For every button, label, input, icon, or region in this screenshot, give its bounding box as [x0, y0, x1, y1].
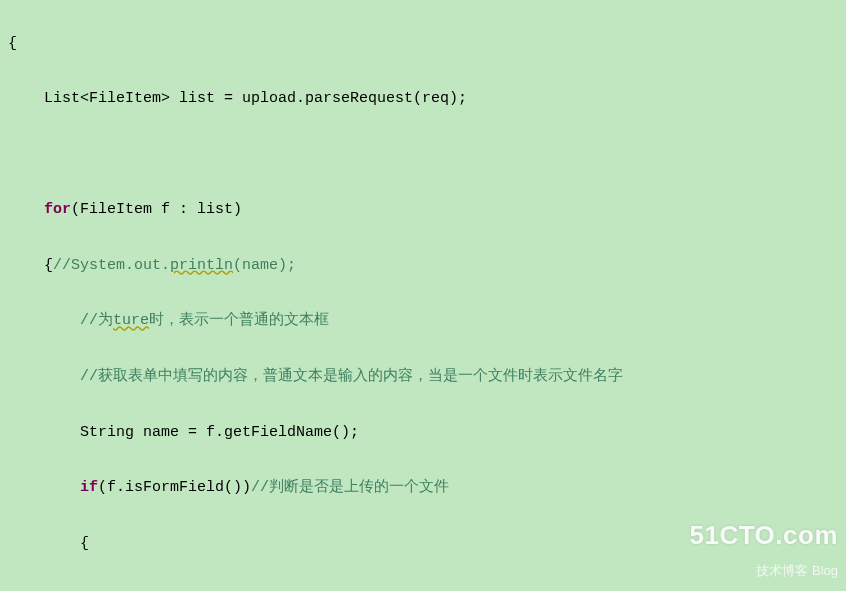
code-line: //获取表单中填写的内容，普通文本是输入的内容，当是一个文件时表示文件名字 — [0, 363, 846, 391]
comment: //System.out.println(name); — [53, 257, 296, 274]
brace: { — [8, 35, 17, 52]
comment: //为ture时，表示一个普通的文本框 — [80, 312, 329, 329]
code-line: String username = f.getString(); — [0, 585, 846, 591]
code-line: if(f.isFormField())//判断是否是上传的一个文件 — [0, 474, 846, 502]
code-line: //为ture时，表示一个普通的文本框 — [0, 307, 846, 335]
code-line: { — [0, 30, 846, 58]
keyword-if: if — [80, 479, 98, 496]
code-line: {//System.out.println(name); — [0, 252, 846, 280]
code-line: String name = f.getFieldName(); — [0, 419, 846, 447]
code-line: { — [0, 530, 846, 558]
code-line: List<FileItem> list = upload.parseReques… — [0, 85, 846, 113]
code-line — [0, 141, 846, 169]
comment: //判断是否是上传的一个文件 — [251, 479, 449, 496]
code-line: for(FileItem f : list) — [0, 196, 846, 224]
comment: //获取表单中填写的内容，普通文本是输入的内容，当是一个文件时表示文件名字 — [80, 368, 623, 385]
code-block: { List<FileItem> list = upload.parseRequ… — [0, 0, 846, 591]
keyword-for: for — [44, 201, 71, 218]
